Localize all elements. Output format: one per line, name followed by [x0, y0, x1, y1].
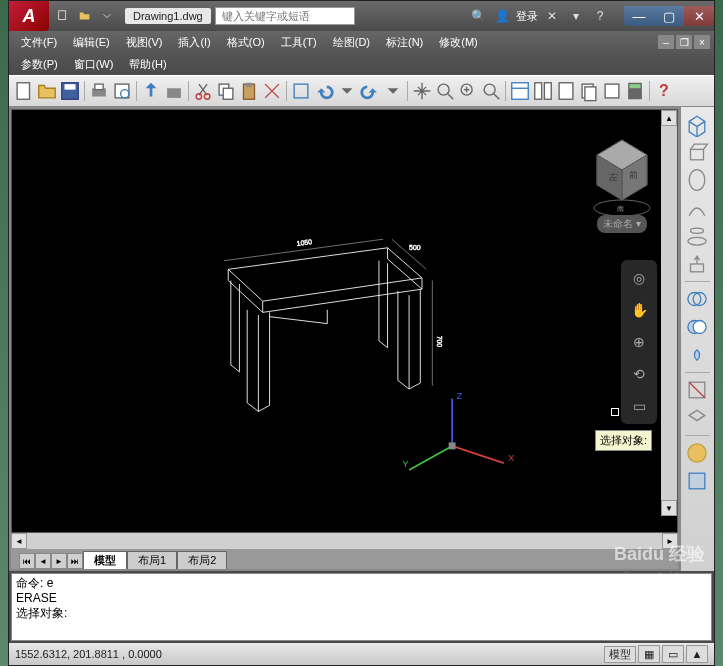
menu-tools[interactable]: 工具(T): [273, 33, 325, 52]
search-input[interactable]: [215, 7, 355, 25]
sweep-icon[interactable]: [683, 195, 711, 221]
quickcalc-icon[interactable]: [624, 80, 646, 102]
qat-new-icon[interactable]: [53, 6, 73, 26]
qat-dropdown-icon[interactable]: [97, 6, 117, 26]
zoom-window-icon[interactable]: [457, 80, 479, 102]
command-window[interactable]: 命令: e ERASE 选择对象:: [11, 573, 712, 641]
menu-insert[interactable]: 插入(I): [170, 33, 218, 52]
loft-icon[interactable]: [683, 223, 711, 249]
tab-layout1[interactable]: 布局1: [127, 551, 177, 569]
signin-icon[interactable]: 👤: [492, 6, 512, 26]
menu-modify[interactable]: 修改(M): [431, 33, 486, 52]
svg-rect-41: [449, 442, 456, 449]
help-dropdown-icon[interactable]: ▾: [566, 6, 586, 26]
mdi-close-button[interactable]: ×: [694, 35, 710, 49]
svg-text:Z: Z: [456, 390, 462, 401]
open-icon[interactable]: [36, 80, 58, 102]
sheetset-icon[interactable]: [578, 80, 600, 102]
nav-orbit-icon[interactable]: ⟲: [627, 362, 651, 386]
exchange-icon[interactable]: ✕: [542, 6, 562, 26]
sb-grid-icon[interactable]: ▦: [638, 645, 660, 663]
mdi-restore-button[interactable]: ❐: [676, 35, 692, 49]
mdi-minimize-button[interactable]: –: [658, 35, 674, 49]
tab-model[interactable]: 模型: [83, 551, 127, 569]
undo-icon[interactable]: [313, 80, 335, 102]
menu-parametric[interactable]: 参数(P): [13, 55, 66, 74]
nav-zoom-icon[interactable]: ⊕: [627, 330, 651, 354]
coordinates-display[interactable]: 1552.6312, 201.8811 , 0.0000: [15, 648, 162, 660]
menu-format[interactable]: 格式(O): [219, 33, 273, 52]
paste-icon[interactable]: [238, 80, 260, 102]
svg-point-47: [689, 170, 705, 191]
slice-icon[interactable]: [683, 405, 711, 431]
tab-first-icon[interactable]: ⏮: [19, 553, 35, 569]
login-label[interactable]: 登录: [516, 9, 538, 24]
sb-annotation-icon[interactable]: ▲: [686, 645, 708, 663]
extrude-icon[interactable]: [683, 139, 711, 165]
visualstyle-icon[interactable]: [683, 468, 711, 494]
menu-edit[interactable]: 编辑(E): [65, 33, 118, 52]
tab-last-icon[interactable]: ⏭: [67, 553, 83, 569]
menu-window[interactable]: 窗口(W): [66, 55, 122, 74]
redo-icon[interactable]: [359, 80, 381, 102]
minimize-button[interactable]: —: [624, 6, 654, 26]
search-icon[interactable]: 🔍: [468, 6, 488, 26]
svg-rect-26: [559, 83, 573, 100]
intersect-icon[interactable]: [683, 342, 711, 368]
tab-next-icon[interactable]: ►: [51, 553, 67, 569]
vertical-scrollbar[interactable]: ▲ ▼: [661, 110, 677, 516]
properties-icon[interactable]: [509, 80, 531, 102]
svg-rect-24: [535, 83, 542, 100]
publish-icon[interactable]: [140, 80, 162, 102]
toolpalette-icon[interactable]: [555, 80, 577, 102]
help-icon[interactable]: ?: [590, 6, 610, 26]
revolve-icon[interactable]: [683, 167, 711, 193]
nav-wheel-icon[interactable]: ◎: [627, 266, 651, 290]
box-icon[interactable]: [683, 111, 711, 137]
svg-point-57: [688, 444, 706, 462]
copy-icon[interactable]: [215, 80, 237, 102]
menu-file[interactable]: 文件(F): [13, 33, 65, 52]
redo-dropdown-icon[interactable]: [382, 80, 404, 102]
section-icon[interactable]: [683, 377, 711, 403]
menu-help[interactable]: 帮助(H): [121, 55, 174, 74]
designcenter-icon[interactable]: [532, 80, 554, 102]
render-icon[interactable]: [683, 440, 711, 466]
print-icon[interactable]: [88, 80, 110, 102]
modelspace-label[interactable]: 模型: [604, 646, 636, 663]
markup-icon[interactable]: [601, 80, 623, 102]
help-icon[interactable]: ?: [653, 80, 675, 102]
menu-draw[interactable]: 绘图(D): [325, 33, 378, 52]
viewcube-dropdown[interactable]: 未命名 ▾: [597, 215, 647, 233]
block-icon[interactable]: [290, 80, 312, 102]
match-icon[interactable]: [261, 80, 283, 102]
maximize-button[interactable]: ▢: [654, 6, 684, 26]
subtract-icon[interactable]: [683, 314, 711, 340]
horizontal-scrollbar[interactable]: ◄ ►: [11, 533, 678, 549]
cut-icon[interactable]: [192, 80, 214, 102]
nav-pan-icon[interactable]: ✋: [627, 298, 651, 322]
document-tab[interactable]: Drawing1.dwg: [125, 8, 211, 24]
view-cube[interactable]: 左 前 南: [587, 130, 657, 220]
nav-showmotion-icon[interactable]: ▭: [627, 394, 651, 418]
app-menu-button[interactable]: A: [9, 1, 49, 31]
new-icon[interactable]: [13, 80, 35, 102]
zoom-previous-icon[interactable]: [480, 80, 502, 102]
save-icon[interactable]: [59, 80, 81, 102]
menu-view[interactable]: 视图(V): [118, 33, 171, 52]
tab-layout2[interactable]: 布局2: [177, 551, 227, 569]
pan-icon[interactable]: [411, 80, 433, 102]
presspull-icon[interactable]: [683, 251, 711, 277]
sb-quickview-icon[interactable]: ▭: [662, 645, 684, 663]
zoom-icon[interactable]: [434, 80, 456, 102]
menu-dimension[interactable]: 标注(N): [378, 33, 431, 52]
union-icon[interactable]: [683, 286, 711, 312]
close-button[interactable]: ✕: [684, 6, 714, 26]
3dprint-icon[interactable]: [163, 80, 185, 102]
undo-dropdown-icon[interactable]: [336, 80, 358, 102]
svg-point-16: [438, 84, 449, 95]
preview-icon[interactable]: [111, 80, 133, 102]
tab-prev-icon[interactable]: ◄: [35, 553, 51, 569]
qat-open-icon[interactable]: [75, 6, 95, 26]
drawing-viewport[interactable]: 1050 500 700 X Y Z: [11, 109, 678, 533]
